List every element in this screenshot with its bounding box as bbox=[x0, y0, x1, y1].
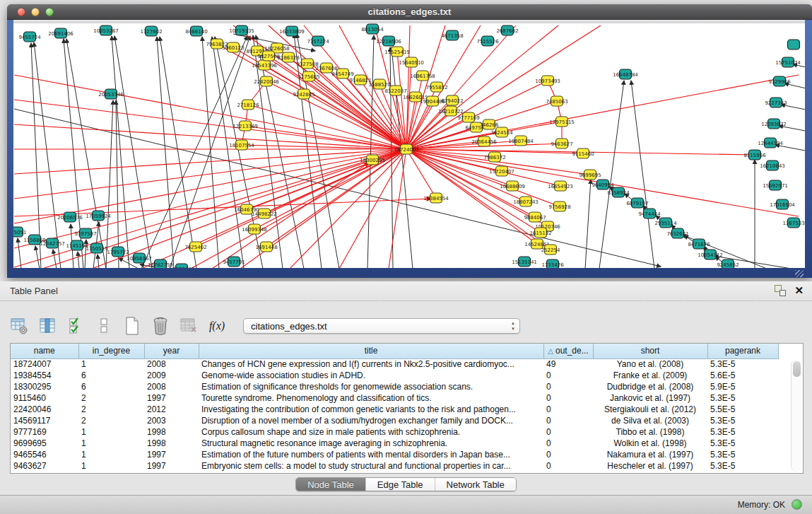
table-row[interactable]: 1830029562008Estimation of significance … bbox=[11, 381, 778, 392]
graph-node-yellow[interactable]: 7955812 bbox=[425, 82, 447, 92]
graph-node-teal[interactable]: 8358924 bbox=[607, 187, 630, 197]
graph-node-teal[interactable]: 9329966 bbox=[768, 76, 791, 86]
graph-node-yellow[interactable]: 7485063 bbox=[546, 96, 567, 106]
table-row[interactable]: 977716911998Corpus callosum shape and si… bbox=[11, 426, 778, 438]
table-cell[interactable]: Investigating the contribution of common… bbox=[199, 404, 543, 415]
table-cell[interactable]: 1997 bbox=[144, 392, 199, 404]
show-columns-icon[interactable] bbox=[38, 316, 57, 336]
table-cell[interactable]: 0 bbox=[543, 370, 593, 381]
table-cell[interactable]: 1997 bbox=[144, 460, 199, 472]
table-cell[interactable]: 18300295 bbox=[11, 381, 78, 392]
graph-node-teal[interactable]: 20053346 bbox=[98, 89, 124, 99]
table-cell[interactable]: 5.3E-5 bbox=[707, 460, 778, 472]
table-selector-dropdown[interactable]: citations_edges.txt ▲▼ bbox=[243, 318, 520, 334]
graph-node-teal[interactable]: 15751074 bbox=[775, 57, 801, 67]
table-cell[interactable]: 6 bbox=[78, 370, 144, 381]
table-cell[interactable]: 0 bbox=[543, 381, 593, 392]
graph-node-teal[interactable]: 15692971 bbox=[763, 180, 788, 190]
graph-node-teal[interactable]: 16210643 bbox=[760, 160, 785, 170]
graph-node-teal[interactable]: 10653267 bbox=[93, 25, 119, 35]
graph-node-teal[interactable]: 9455724 bbox=[18, 32, 41, 42]
table-scrollbar[interactable] bbox=[791, 360, 801, 472]
table-cell[interactable]: 0 bbox=[543, 438, 593, 449]
graph-node-teal[interactable]: 935051 bbox=[13, 227, 26, 237]
table-cell[interactable]: Franke et al. (2009) bbox=[593, 370, 707, 381]
table-cell[interactable]: de Silva et al. (2003) bbox=[593, 415, 707, 426]
tab-edge-table[interactable]: Edge Table bbox=[365, 478, 435, 491]
graph-node-yellow[interactable]: 15720407 bbox=[489, 166, 514, 176]
close-window-button[interactable] bbox=[17, 8, 25, 16]
table-cell[interactable]: 9777169 bbox=[11, 426, 78, 438]
table-cell[interactable]: 5.5E-5 bbox=[707, 404, 778, 415]
table-row[interactable]: 1456911722003Disruption of a novel membe… bbox=[11, 415, 778, 426]
table-cell[interactable]: 5.3E-5 bbox=[707, 358, 778, 370]
new-column-icon[interactable] bbox=[123, 316, 141, 336]
graph-node-yellow[interactable]: 9756928 bbox=[548, 201, 570, 211]
table-scrollbar-thumb[interactable] bbox=[793, 361, 801, 377]
graph-node-teal[interactable] bbox=[788, 40, 800, 49]
graph-node-teal[interactable]: 1795722 bbox=[107, 247, 129, 257]
delete-table-icon[interactable] bbox=[180, 316, 198, 336]
table-cell[interactable]: 9463627 bbox=[11, 460, 78, 472]
graph-node-yellow[interactable]: 11525419 bbox=[384, 47, 410, 57]
graph-node-teal[interactable]: 8466140 bbox=[185, 26, 207, 36]
column-header-in_degree[interactable]: in_degree bbox=[78, 344, 144, 358]
graph-node-teal[interactable]: 10654112 bbox=[698, 250, 723, 259]
graph-node-teal[interactable]: 2687682 bbox=[496, 25, 518, 35]
graph-node-teal[interactable]: 16033809 bbox=[279, 26, 305, 36]
graph-node-yellow[interactable]: 9242845 bbox=[293, 89, 314, 99]
graph-node-yellow[interactable]: 20364456 bbox=[471, 136, 497, 146]
graph-node-teal[interactable]: 9457791 bbox=[223, 257, 245, 267]
table-cell[interactable]: Stergiakouli et al. (2012) bbox=[593, 404, 707, 415]
table-cell[interactable]: 14569117 bbox=[11, 415, 78, 426]
graph-node-teal[interactable]: 20691406 bbox=[48, 28, 73, 38]
close-panel-icon[interactable]: ✕ bbox=[794, 285, 804, 296]
table-cell[interactable]: 5.3E-5 bbox=[707, 438, 778, 449]
graph-node-teal[interactable]: 8813054 bbox=[361, 24, 384, 34]
table-cell[interactable]: 1 bbox=[78, 460, 144, 472]
graph-node-yellow[interactable]: 22420046 bbox=[254, 76, 279, 86]
function-builder-icon[interactable]: f(x) bbox=[208, 316, 226, 336]
table-row[interactable]: 1872400712008Changes of HCN gene express… bbox=[11, 358, 778, 370]
graph-node-yellow[interactable]: 16654923 bbox=[548, 181, 573, 191]
table-cell[interactable]: Disruption of a novel member of a sodium… bbox=[199, 415, 543, 426]
table-cell[interactable]: 1998 bbox=[144, 426, 199, 438]
table-cell[interactable]: 5.3E-5 bbox=[707, 449, 778, 460]
graph-node-yellow[interactable]: 10973493 bbox=[535, 76, 560, 86]
table-cell[interactable]: 18724007 bbox=[11, 358, 78, 370]
table-cell[interactable]: 5.3E-5 bbox=[707, 392, 778, 404]
table-row[interactable]: 946362711997Embryonic stem cells: a mode… bbox=[11, 460, 778, 472]
table-cell[interactable]: 1998 bbox=[144, 438, 199, 449]
table-cell[interactable]: 2008 bbox=[144, 358, 199, 370]
table-cell[interactable]: 0 bbox=[543, 404, 593, 415]
graph-node-teal[interactable]: 7515526 bbox=[476, 36, 499, 46]
table-cell[interactable]: 9699695 bbox=[11, 438, 78, 449]
table-cell[interactable]: Changes of HCN gene expression and I(f) … bbox=[199, 358, 543, 370]
graph-node-teal[interactable]: 15135141 bbox=[512, 257, 537, 267]
graph-node-yellow[interactable]: 18107554 bbox=[229, 140, 254, 150]
table-cell[interactable]: Genome-wide association studies in ADHD. bbox=[199, 370, 543, 381]
table-row[interactable]: 911546021997Tourette syndrome. Phenomeno… bbox=[11, 392, 778, 404]
graph-node-teal[interactable]: 1167533 bbox=[782, 218, 804, 228]
minimize-window-button[interactable] bbox=[31, 8, 40, 16]
table-cell[interactable]: Tibbo et al. (1998) bbox=[593, 426, 707, 438]
table-cell[interactable]: Hescheler et al. (1997) bbox=[593, 460, 707, 472]
table-cell[interactable]: Corpus callosum shape and size in male p… bbox=[199, 426, 543, 438]
citation-graph[interactable]: 9455724206914061065326713276028466140107… bbox=[13, 23, 805, 268]
graph-node-teal[interactable]: 9227343 bbox=[765, 98, 787, 107]
table-cell[interactable]: Estimation of significance thresholds fo… bbox=[199, 381, 543, 392]
window-titlebar[interactable]: citations_edges.txt bbox=[7, 4, 812, 20]
graph-node-yellow[interactable]: 9699695 bbox=[579, 170, 601, 180]
table-cell[interactable]: 0 bbox=[543, 415, 593, 426]
graph-node-yellow[interactable]: 12213369 bbox=[233, 121, 258, 131]
graph-node-teal[interactable]: 4671358 bbox=[441, 30, 463, 40]
graph-node-yellow[interactable]: 9463627 bbox=[551, 139, 572, 148]
table-cell[interactable]: 1 bbox=[78, 438, 144, 449]
table-cell[interactable]: 0 bbox=[543, 460, 593, 472]
graph-node-teal[interactable]: 1145194 bbox=[66, 240, 88, 250]
graph-node-yellow[interactable]: 19384554 bbox=[423, 193, 449, 203]
select-all-icon[interactable] bbox=[66, 316, 85, 336]
graph-node-teal[interactable]: 1327602 bbox=[140, 26, 162, 36]
column-header-out_de[interactable]: △out_de... bbox=[543, 344, 593, 358]
column-header-title[interactable]: title bbox=[199, 344, 543, 358]
